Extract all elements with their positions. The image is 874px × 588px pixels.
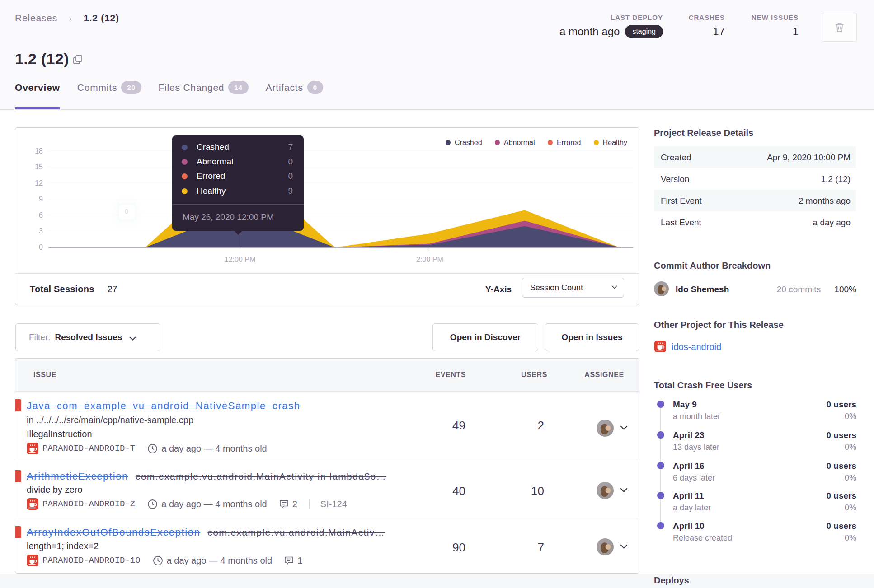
svg-text:12:00 PM: 12:00 PM — [225, 256, 255, 263]
svg-text:15: 15 — [35, 163, 43, 171]
svg-text:3: 3 — [39, 227, 43, 235]
svg-text:6: 6 — [39, 211, 43, 219]
svg-text:9: 9 — [39, 195, 43, 203]
svg-text:12: 12 — [35, 179, 43, 187]
svg-text:0: 0 — [39, 243, 43, 251]
svg-text:18: 18 — [35, 147, 43, 155]
svg-text:2:00 PM: 2:00 PM — [416, 256, 443, 263]
